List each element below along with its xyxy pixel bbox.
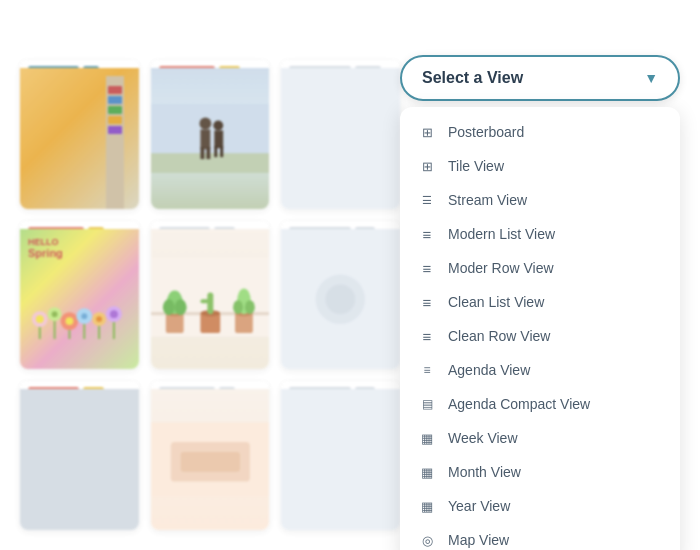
view-label-agenda-compact: Agenda Compact View [448, 396, 590, 412]
svg-point-6 [213, 121, 223, 131]
card-8 [151, 381, 270, 530]
posterboard-icon [418, 123, 436, 141]
agenda-icon [418, 361, 436, 379]
view-option-agenda-compact[interactable]: Agenda Compact View [400, 387, 680, 421]
svg-rect-7 [214, 130, 223, 148]
svg-point-34 [174, 299, 186, 315]
view-label-posterboard: Posterboard [448, 124, 524, 140]
card-3 [281, 60, 400, 209]
card-5 [151, 221, 270, 370]
card-1 [20, 60, 139, 209]
view-option-stream[interactable]: Stream View [400, 183, 680, 217]
view-label-month: Month View [448, 464, 521, 480]
dropdown-menu: Posterboard Tile View Stream View Modern… [400, 107, 680, 550]
view-option-clean-row[interactable]: Clean Row View [400, 319, 680, 353]
view-option-clean-list[interactable]: Clean List View [400, 285, 680, 319]
view-option-modern-list[interactable]: Modern List View [400, 217, 680, 251]
view-option-tile[interactable]: Tile View [400, 149, 680, 183]
stream-icon [418, 191, 436, 209]
week-icon [418, 429, 436, 447]
view-option-week[interactable]: Week View [400, 421, 680, 455]
svg-point-11 [36, 315, 44, 323]
modern-list-icon [418, 225, 436, 243]
card-6 [281, 221, 400, 370]
view-label-week: Week View [448, 430, 518, 446]
card-7 [20, 381, 139, 530]
view-label-stream: Stream View [448, 192, 527, 208]
svg-point-2 [199, 118, 211, 130]
svg-point-33 [163, 299, 175, 315]
view-option-modern-row[interactable]: Moder Row View [400, 251, 680, 285]
svg-rect-9 [220, 146, 223, 157]
map-icon [418, 531, 436, 549]
svg-point-43 [245, 300, 255, 314]
svg-rect-8 [214, 146, 217, 157]
view-label-year: Year View [448, 498, 510, 514]
svg-rect-38 [200, 299, 210, 303]
modern-row-icon [418, 259, 436, 277]
svg-point-19 [96, 316, 102, 322]
view-option-map[interactable]: Map View [400, 523, 680, 550]
view-label-clean-row: Clean Row View [448, 328, 550, 344]
dropdown-trigger-label: Select a View [422, 69, 523, 87]
tile-icon [418, 157, 436, 175]
svg-rect-5 [206, 147, 210, 159]
view-option-month[interactable]: Month View [400, 455, 680, 489]
svg-rect-4 [200, 147, 204, 159]
view-label-clean-list: Clean List View [448, 294, 544, 310]
background-grid: HELLOSpring [0, 0, 420, 550]
view-label-modern-list: Modern List View [448, 226, 555, 242]
svg-point-46 [326, 284, 356, 314]
svg-point-17 [81, 313, 87, 319]
card-2 [151, 60, 270, 209]
view-selector-dropdown: Select a View ▼ Posterboard Tile View St… [400, 55, 680, 550]
clean-row-icon [418, 327, 436, 345]
svg-rect-49 [180, 452, 239, 472]
svg-point-42 [233, 300, 243, 314]
month-icon [418, 463, 436, 481]
dropdown-trigger[interactable]: Select a View ▼ [400, 55, 680, 101]
card-9 [281, 381, 400, 530]
svg-point-15 [65, 317, 73, 325]
clean-list-icon [418, 293, 436, 311]
svg-point-21 [110, 310, 118, 318]
view-label-agenda: Agenda View [448, 362, 530, 378]
view-label-modern-row: Moder Row View [448, 260, 554, 276]
card-4: HELLOSpring [20, 221, 139, 370]
view-option-posterboard[interactable]: Posterboard [400, 115, 680, 149]
view-label-map: Map View [448, 532, 509, 548]
view-label-tile: Tile View [448, 158, 504, 174]
svg-point-13 [52, 311, 58, 317]
agenda-compact-icon [418, 395, 436, 413]
year-icon [418, 497, 436, 515]
chevron-down-icon: ▼ [644, 70, 658, 86]
svg-rect-3 [200, 129, 210, 149]
view-option-agenda[interactable]: Agenda View [400, 353, 680, 387]
view-option-year[interactable]: Year View [400, 489, 680, 523]
